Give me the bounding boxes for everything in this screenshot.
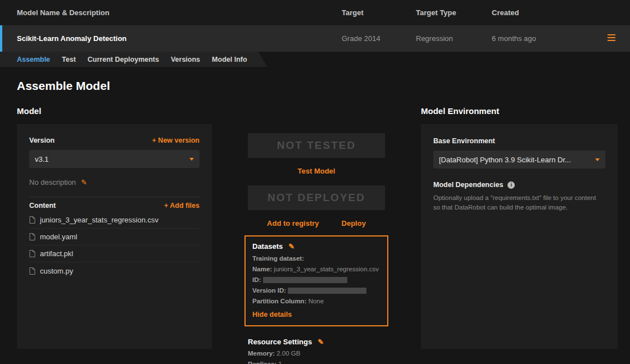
environment-card: Base Environment [DataRobot] Python 3.9 … (421, 124, 618, 349)
model-section-heading: Model (17, 106, 212, 116)
environment-section-heading: Model Environment (421, 106, 618, 116)
page-title: Assemble Model (17, 79, 613, 93)
column-target-type: Target Type (416, 8, 492, 17)
dataset-version-id-label: Version ID: (252, 287, 286, 294)
edit-resource-settings-icon[interactable]: ✎ (318, 338, 324, 345)
base-environment-select[interactable]: [DataRobot] Python 3.9 Scikit-Learn Dr..… (433, 151, 605, 169)
file-row[interactable]: custom.py (29, 262, 200, 279)
tab-assemble[interactable]: Assemble (17, 56, 50, 63)
partition-column-label: Partition Column: (252, 298, 306, 304)
datasets-panel: Datasets ✎ Training dataset: Name: junio… (244, 235, 388, 326)
file-icon (29, 267, 35, 275)
dataset-name-value: juniors_3_year_stats_regression.csv (274, 266, 379, 272)
model-name: Scikit-Learn Anomaly Detection (0, 34, 342, 43)
chevron-down-icon (595, 158, 600, 161)
version-select[interactable]: v3.1 (29, 150, 200, 168)
model-target: Grade 2014 (342, 34, 416, 43)
tab-test[interactable]: Test (62, 56, 76, 63)
new-version-button[interactable]: + New version (152, 136, 200, 144)
list-header: Model Name & Description Target Target T… (0, 0, 630, 25)
chevron-down-icon (189, 158, 194, 161)
edit-description-icon[interactable]: ✎ (81, 179, 87, 186)
file-row[interactable]: model.yaml (29, 229, 200, 245)
content-label: Content (29, 202, 56, 210)
file-name: model.yaml (40, 233, 77, 241)
file-row[interactable]: artifact.pkl (29, 245, 200, 262)
dataset-name-label: Name: (252, 266, 272, 272)
training-dataset-label: Training dataset: (252, 255, 304, 262)
dependencies-help-text: Optionally upload a "requirements.txt" f… (433, 193, 603, 213)
memory-value: 2.00 GB (277, 350, 300, 357)
not-tested-status: NOT TESTED (248, 133, 385, 158)
column-target: Target (342, 8, 416, 17)
memory-label: Memory: (248, 350, 275, 357)
test-model-button[interactable]: Test Model (298, 167, 336, 175)
file-name: custom.py (40, 267, 73, 275)
dataset-id-label: ID: (252, 276, 261, 283)
file-icon (29, 233, 35, 240)
file-row[interactable]: juniors_3_year_stats_regression.csv (29, 212, 200, 229)
version-label: Version (29, 136, 55, 144)
model-target-type: Regression (416, 34, 492, 43)
tab-versions[interactable]: Versions (171, 56, 200, 63)
datasets-title: Datasets (252, 242, 283, 251)
add-files-button[interactable]: + Add files (164, 202, 200, 210)
dataset-id-redacted (263, 277, 347, 283)
dataset-version-id-redacted (288, 288, 366, 294)
replicas-value: 1 (278, 361, 282, 364)
file-name: juniors_3_year_stats_regression.csv (40, 216, 158, 224)
partition-column-value: None (309, 298, 324, 304)
no-description-text: No description (29, 178, 76, 186)
column-created: Created (492, 8, 604, 17)
divider (29, 197, 200, 197)
not-deployed-status: NOT DEPLOYED (248, 185, 385, 210)
tab-current-deployments[interactable]: Current Deployments (88, 56, 159, 63)
version-select-value: v3.1 (35, 155, 49, 163)
model-dependencies-label: Model Dependencies (433, 181, 503, 189)
model-row[interactable]: Scikit-Learn Anomaly Detection Grade 201… (0, 25, 630, 52)
file-icon (29, 216, 35, 224)
model-card: Version + New version v3.1 No descriptio… (17, 124, 212, 349)
file-icon (29, 250, 35, 257)
column-model-name: Model Name & Description (0, 8, 342, 17)
resource-settings-title: Resource Settings (248, 338, 312, 346)
edit-datasets-icon[interactable]: ✎ (288, 243, 294, 250)
tab-bar: Assemble Test Current Deployments Versio… (0, 52, 630, 67)
tab-model-info[interactable]: Model Info (212, 56, 247, 63)
file-name: artifact.pkl (40, 249, 73, 258)
deploy-button[interactable]: Deploy (342, 219, 366, 228)
model-created: 6 months ago (492, 34, 604, 43)
base-environment-value: [DataRobot] Python 3.9 Scikit-Learn Dr..… (439, 156, 571, 164)
info-icon[interactable]: i (507, 181, 515, 189)
hide-details-button[interactable]: Hide details (252, 311, 292, 319)
replicas-label: Replicas: (248, 361, 277, 364)
row-menu-icon[interactable] (604, 33, 615, 43)
resource-settings-panel: Resource Settings ✎ Memory: 2.00 GB Repl… (248, 338, 388, 364)
base-environment-label: Base Environment (433, 137, 495, 145)
add-to-registry-button[interactable]: Add to registry (267, 219, 319, 228)
